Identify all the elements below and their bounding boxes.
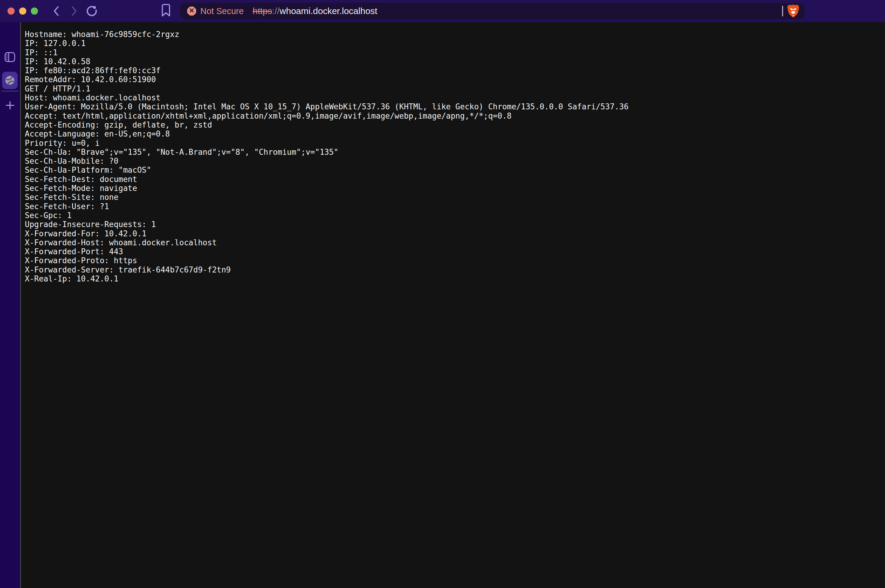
url-scheme-separator: ://: [272, 6, 279, 16]
header-line: Accept: text/html,application/xhtml+xml,…: [25, 111, 628, 120]
header-line: IP: 10.42.0.58: [25, 57, 628, 66]
zoom-window-button[interactable]: [31, 8, 38, 15]
header-line: IP: fe80::acd2:86ff:fef0:cc3f: [25, 66, 628, 75]
header-line: Priority: u=0, i: [25, 139, 628, 148]
header-line: Accept-Language: en-US,en;q=0.8: [25, 129, 628, 138]
url-scheme-struck: https: [252, 6, 272, 16]
header-line: Sec-Ch-Ua-Mobile: ?0: [25, 156, 628, 165]
brave-lion-icon: [786, 4, 800, 18]
sidebar-divider: [2, 91, 18, 92]
url-text[interactable]: https://whoami.docker.localhost: [252, 3, 377, 20]
reload-icon: [86, 5, 98, 17]
header-line: RemoteAddr: 10.42.0.60:51900: [25, 75, 628, 84]
header-line: X-Forwarded-Port: 443: [25, 247, 628, 256]
forward-arrow-icon: [71, 5, 78, 17]
header-line: Sec-Ch-Ua-Platform: "macOS": [25, 165, 628, 174]
globe-icon: [5, 75, 15, 86]
plus-icon: [5, 101, 15, 110]
bookmark-button[interactable]: [160, 4, 172, 16]
not-secure-octagon-x-icon: ✕: [187, 7, 196, 15]
header-line: X-Forwarded-For: 10.42.0.1: [25, 229, 628, 238]
address-bar[interactable]: ✕ Not Secure https://whoami.docker.local…: [180, 3, 805, 20]
back-arrow-icon: [53, 5, 60, 17]
whoami-response-text: Hostname: whoami-76c9859cfc-2rgxzIP: 127…: [25, 30, 628, 283]
header-line: Sec-Ch-Ua: "Brave";v="135", "Not-A.Brand…: [25, 148, 628, 156]
header-line: Sec-Fetch-User: ?1: [25, 202, 628, 211]
urlbar-separator: [782, 6, 783, 16]
header-line: Upgrade-Insecure-Requests: 1: [25, 220, 628, 229]
forward-button[interactable]: [68, 5, 80, 17]
header-line: IP: 127.0.0.1: [25, 39, 628, 48]
header-line: IP: ::1: [25, 48, 628, 57]
header-line: Host: whoami.docker.localhost: [25, 93, 628, 102]
header-line: Accept-Encoding: gzip, deflate, br, zstd: [25, 120, 628, 129]
header-line: Sec-Gpc: 1: [25, 211, 628, 220]
sidebar-panel-toggle-icon: [5, 52, 15, 62]
back-button[interactable]: [50, 5, 62, 17]
header-line: Sec-Fetch-Mode: navigate: [25, 184, 628, 193]
header-line: X-Forwarded-Proto: https: [25, 256, 628, 265]
header-line: Sec-Fetch-Dest: document: [25, 175, 628, 184]
web-content-area: Hostname: whoami-76c9859cfc-2rgxzIP: 127…: [21, 22, 885, 588]
close-window-button[interactable]: [8, 8, 15, 15]
header-line: Hostname: whoami-76c9859cfc-2rgxz: [25, 30, 628, 39]
security-badge[interactable]: ✕ Not Secure: [187, 3, 244, 20]
header-line: X-Forwarded-Host: whoami.docker.localhos…: [25, 238, 628, 247]
new-tab-button[interactable]: [5, 101, 15, 110]
header-line: X-Real-Ip: 10.42.0.1: [25, 274, 628, 283]
header-line: Sec-Fetch-Site: none: [25, 193, 628, 202]
url-host: whoami.docker.localhost: [279, 6, 377, 16]
header-line: User-Agent: Mozilla/5.0 (Macintosh; Inte…: [25, 102, 628, 111]
octagon-x-glyph: ✕: [189, 8, 194, 14]
minimize-window-button[interactable]: [19, 8, 26, 15]
security-badge-label: Not Secure: [200, 6, 244, 16]
active-tab-tile[interactable]: [2, 72, 18, 89]
brave-shields-button[interactable]: [786, 4, 800, 18]
bookmark-icon: [161, 3, 171, 17]
browser-toolbar: ✕ Not Secure https://whoami.docker.local…: [0, 0, 885, 22]
vertical-tabs-sidebar: [0, 22, 20, 588]
sidebar-toggle-button[interactable]: [5, 52, 15, 62]
reload-button[interactable]: [86, 5, 98, 17]
header-line: GET / HTTP/1.1: [25, 84, 628, 93]
header-line: X-Forwarded-Server: traefik-644b7c67d9-f…: [25, 266, 628, 274]
